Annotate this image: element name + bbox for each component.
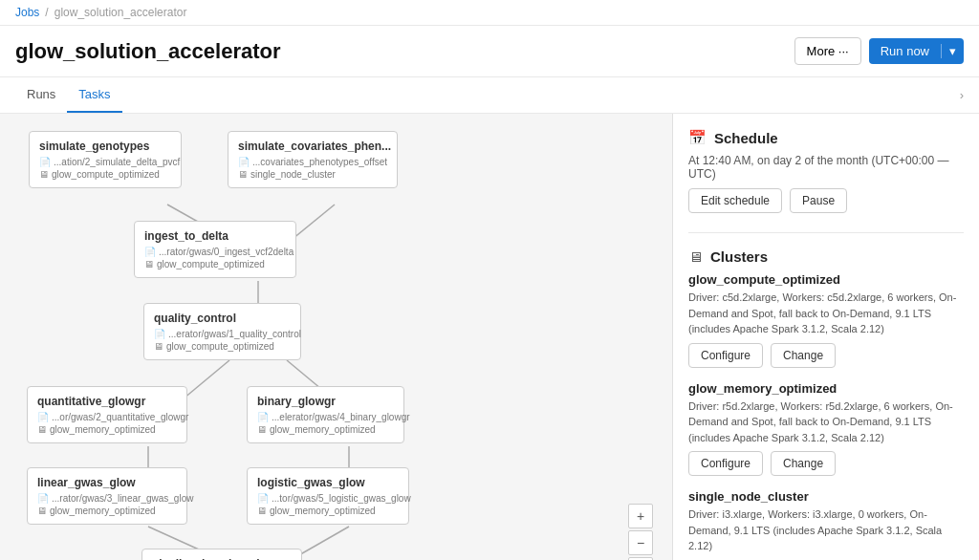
schedule-title: Schedule (714, 130, 778, 146)
node-cluster: 🖥 glow_compute_optimized (154, 341, 291, 352)
cluster-name: glow_memory_optimized (688, 381, 964, 396)
node-path: 📄 ...tor/gwas/5_logistic_gwas_glow (257, 493, 399, 504)
right-panel: 📅 Schedule At 12:40 AM, on day 2 of the … (673, 114, 979, 560)
node-title: simulate_covariates_phen... (238, 140, 387, 153)
tab-tasks[interactable]: Tasks (67, 77, 121, 113)
tab-runs[interactable]: Runs (15, 77, 67, 113)
node-path: 📄 ...erator/gwas/1_quality_control (154, 329, 291, 339)
dag-node-quality-control[interactable]: quality_control 📄 ...erator/gwas/1_quali… (143, 303, 301, 360)
breadcrumb: Jobs / glow_solution_accelerator (0, 0, 979, 26)
node-path: 📄 ...covariates_phenotypes_offset (238, 157, 387, 167)
file-icon: 📄 (37, 493, 49, 504)
node-title: binary_glowgr (257, 395, 394, 408)
node-path: 📄 ...rator/gwas/0_ingest_vcf2delta (144, 247, 286, 257)
node-cluster: 🖥 glow_memory_optimized (257, 506, 399, 516)
dag-node-binary-glowgr[interactable]: binary_glowgr 📄 ...elerator/gwas/4_binar… (247, 386, 404, 443)
file-icon: 📄 (37, 412, 49, 422)
cluster-item-single-node: single_node_cluster Driver: i3.xlarge, W… (688, 489, 964, 560)
node-path: 📄 ...ation/2_simulate_delta_pvcf (39, 157, 171, 167)
tabs-expand-icon[interactable]: › (960, 88, 964, 102)
configure-cluster-0-button[interactable]: Configure (688, 343, 763, 368)
node-path: 📄 ...elerator/gwas/4_binary_glowgr (257, 412, 394, 422)
node-cluster: 🖥 glow_memory_optimized (37, 506, 177, 516)
file-icon: 📄 (39, 157, 51, 167)
cluster-icon: 🖥 (257, 506, 267, 516)
clusters-header: 🖥 Clusters (688, 248, 964, 265)
node-title: simulate_genotypes (39, 140, 171, 153)
main-content: simulate_genotypes 📄 ...ation/2_simulate… (0, 114, 979, 560)
pause-button[interactable]: Pause (790, 188, 847, 213)
cluster-icon: 🖥 (257, 424, 267, 435)
node-title: quality_control (154, 312, 291, 325)
node-title: linear_gwas_glow (37, 476, 177, 489)
zoom-controls: + − ⊕ (628, 504, 653, 560)
node-path: 📄 ...or/gwas/2_quantitative_glowgr (37, 412, 177, 422)
cluster-icon: 🖥 (37, 424, 47, 435)
cluster-description: Driver: i3.xlarge, Workers: i3.xlarge, 0… (688, 506, 964, 554)
node-path: 📄 ...rator/gwas/3_linear_gwas_glow (37, 493, 177, 504)
file-icon: 📄 (238, 157, 250, 167)
node-cluster: 🖥 glow_compute_optimized (39, 169, 171, 180)
change-cluster-1-button[interactable]: Change (771, 451, 836, 476)
run-now-dropdown-arrow[interactable]: ▾ (941, 44, 964, 58)
node-cluster: 🖥 glow_memory_optimized (37, 424, 177, 435)
dag-canvas[interactable]: simulate_genotypes 📄 ...ation/2_simulate… (0, 114, 673, 560)
page-header: glow_solution_accelerator More ··· Run n… (0, 26, 979, 77)
node-title: quantitative_glowgr (37, 395, 177, 408)
file-icon: 📄 (144, 247, 156, 257)
tabs-bar: Runs Tasks › (0, 77, 979, 114)
page-title: glow_solution_accelerator (15, 39, 281, 64)
schedule-header: 📅 Schedule (688, 129, 964, 146)
clusters-section: 🖥 Clusters glow_compute_optimized Driver… (688, 248, 964, 560)
file-icon: 📄 (257, 412, 269, 422)
more-button[interactable]: More ··· (794, 37, 861, 65)
file-icon: 📄 (154, 329, 165, 339)
cluster-description: Driver: c5d.2xlarge, Workers: c5d.2xlarg… (688, 290, 964, 337)
dag-node-logistic-gwas-glow[interactable]: logistic_gwas_glow 📄 ...tor/gwas/5_logis… (247, 467, 409, 525)
change-cluster-0-button[interactable]: Change (771, 343, 836, 368)
run-now-button[interactable]: Run now ▾ (869, 38, 964, 64)
cluster-item-compute-optimized: glow_compute_optimized Driver: c5d.2xlar… (688, 272, 964, 368)
dag-node-pipeline-benchmarks[interactable]: pipeline_benchmarks 📄 ...as/6_pipe_compa… (141, 549, 302, 560)
cluster-icon: 🖥 (238, 169, 248, 180)
schedule-buttons: Edit schedule Pause (688, 188, 964, 213)
divider-1 (688, 232, 964, 233)
zoom-in-button[interactable]: + (628, 504, 653, 528)
clusters-title: Clusters (710, 248, 768, 265)
cluster-buttons: Configure Change (688, 451, 964, 476)
dag-node-simulate-covariates[interactable]: simulate_covariates_phen... 📄 ...covaria… (228, 131, 398, 188)
cluster-item-memory-optimized: glow_memory_optimized Driver: r5d.2xlarg… (688, 381, 964, 477)
cluster-description: Driver: r5d.2xlarge, Workers: r5d.2xlarg… (688, 398, 964, 446)
cluster-icon: 🖥 (39, 169, 49, 180)
dag-node-simulate-genotypes[interactable]: simulate_genotypes 📄 ...ation/2_simulate… (29, 131, 182, 188)
run-now-label: Run now (869, 44, 941, 58)
edit-schedule-button[interactable]: Edit schedule (688, 188, 782, 213)
clusters-icon: 🖥 (688, 248, 703, 265)
dag-node-linear-gwas-glow[interactable]: linear_gwas_glow 📄 ...rator/gwas/3_linea… (27, 467, 187, 525)
schedule-icon: 📅 (688, 129, 707, 146)
node-cluster: 🖥 glow_compute_optimized (144, 259, 286, 269)
cluster-icon: 🖥 (37, 506, 47, 516)
dag-node-ingest-to-delta[interactable]: ingest_to_delta 📄 ...rator/gwas/0_ingest… (134, 221, 296, 278)
node-title: ingest_to_delta (144, 229, 286, 243)
configure-cluster-1-button[interactable]: Configure (688, 451, 763, 476)
breadcrumb-separator: / (45, 6, 48, 19)
dag-node-quantitative-glowgr[interactable]: quantitative_glowgr 📄 ...or/gwas/2_quant… (27, 386, 187, 443)
file-icon: 📄 (257, 493, 269, 504)
schedule-description: At 12:40 AM, on day 2 of the month (UTC+… (688, 154, 964, 181)
node-title: logistic_gwas_glow (257, 476, 399, 489)
node-cluster: 🖥 glow_memory_optimized (257, 424, 394, 435)
cluster-name: single_node_cluster (688, 489, 964, 504)
schedule-section: 📅 Schedule At 12:40 AM, on day 2 of the … (688, 129, 964, 213)
cluster-buttons: Configure Change (688, 343, 964, 368)
breadcrumb-current: glow_solution_accelerator (54, 6, 187, 19)
cluster-name: glow_compute_optimized (688, 272, 964, 287)
node-cluster: 🖥 single_node_cluster (238, 169, 387, 180)
cluster-icon: 🖥 (154, 341, 163, 352)
header-actions: More ··· Run now ▾ (794, 37, 964, 65)
cluster-icon: 🖥 (144, 259, 154, 269)
zoom-out-button[interactable]: − (628, 530, 653, 555)
breadcrumb-jobs[interactable]: Jobs (15, 6, 39, 19)
